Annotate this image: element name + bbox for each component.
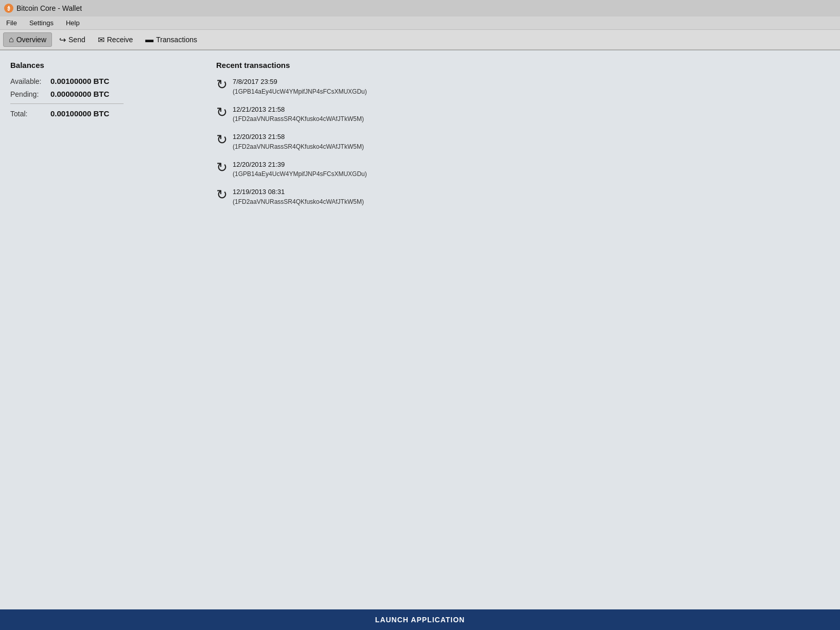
tx-details-0: 7/8/2017 23:59 (1GPB14aEy4UcW4YMpifJNP4s… <box>233 77 367 96</box>
nav-transactions[interactable]: ▬ Transactions <box>140 33 202 46</box>
tx-date-2: 12/20/2013 21:58 <box>233 132 364 142</box>
tx-details-3: 12/20/2013 21:39 (1GPB14aEy4UcW4YMpifJNP… <box>233 160 367 179</box>
window-title: Bitcoin Core - Wallet <box>16 4 82 12</box>
transaction-item-0[interactable]: ↺ 7/8/2017 23:59 (1GPB14aEy4UcW4YMpifJNP… <box>216 77 830 96</box>
toolbar: ⌂ Overview ↪ Send ✉ Receive ▬ Transactio… <box>0 30 840 50</box>
launch-application-button[interactable]: LAUNCH APPLICATION <box>375 616 465 624</box>
nav-send[interactable]: ↪ Send <box>54 33 91 47</box>
tx-icon-1: ↺ <box>216 106 227 119</box>
tx-address-1: (1FD2aaVNURassSR4QKfusko4cWAfJTkW5M) <box>233 114 364 124</box>
available-balance-row: Available: 0.00100000 BTC <box>10 77 196 85</box>
transaction-item-2[interactable]: ↺ 12/20/2013 21:58 (1FD2aaVNURassSR4QKfu… <box>216 132 830 151</box>
title-bar: ₿ Bitcoin Core - Wallet <box>0 0 840 16</box>
transaction-item-4[interactable]: ↺ 12/19/2013 08:31 (1FD2aaVNURassSR4QKfu… <box>216 187 830 206</box>
transactions-panel: Recent transactions ↺ 7/8/2017 23:59 (1G… <box>216 61 830 599</box>
available-value: 0.00100000 BTC <box>50 77 109 85</box>
total-balance-row: Total: 0.00100000 BTC <box>10 109 196 118</box>
nav-receive[interactable]: ✉ Receive <box>93 33 138 47</box>
tx-icon-4: ↺ <box>216 188 227 201</box>
menu-help[interactable]: Help <box>64 18 82 28</box>
nav-overview-label: Overview <box>16 36 46 44</box>
pending-label: Pending: <box>10 90 46 98</box>
available-label: Available: <box>10 77 46 85</box>
menu-bar: File Settings Help <box>0 16 840 30</box>
balances-title: Balances <box>10 61 196 69</box>
pending-value: 0.00000000 BTC <box>50 90 109 98</box>
total-value: 0.00100000 BTC <box>50 109 109 118</box>
tx-icon-3: ↺ <box>216 161 227 174</box>
pending-balance-row: Pending: 0.00000000 BTC <box>10 90 196 98</box>
tx-details-4: 12/19/2013 08:31 (1FD2aaVNURassSR4QKfusk… <box>233 187 364 206</box>
balance-divider <box>10 103 124 104</box>
send-icon: ↪ <box>59 35 66 45</box>
nav-receive-label: Receive <box>107 36 133 44</box>
tx-address-3: (1GPB14aEy4UcW4YMpifJNP4sFCsXMUXGDu) <box>233 169 367 179</box>
tx-date-1: 12/21/2013 21:58 <box>233 104 364 115</box>
receive-icon: ✉ <box>98 35 104 45</box>
total-label: Total: <box>10 110 46 118</box>
tx-date-0: 7/8/2017 23:59 <box>233 77 367 87</box>
tx-date-4: 12/19/2013 08:31 <box>233 187 364 197</box>
transaction-item-3[interactable]: ↺ 12/20/2013 21:39 (1GPB14aEy4UcW4YMpifJ… <box>216 160 830 179</box>
transaction-item-1[interactable]: ↺ 12/21/2013 21:58 (1FD2aaVNURassSR4QKfu… <box>216 104 830 124</box>
overview-icon: ⌂ <box>9 35 14 44</box>
tx-details-1: 12/21/2013 21:58 (1FD2aaVNURassSR4QKfusk… <box>233 104 364 124</box>
menu-settings[interactable]: Settings <box>27 18 56 28</box>
transactions-icon: ▬ <box>145 35 153 44</box>
tx-icon-0: ↺ <box>216 78 227 91</box>
transactions-title: Recent transactions <box>216 61 830 69</box>
bottom-bar: LAUNCH APPLICATION <box>0 609 840 630</box>
menu-file[interactable]: File <box>4 18 19 28</box>
nav-transactions-label: Transactions <box>156 36 197 44</box>
tx-address-0: (1GPB14aEy4UcW4YMpifJNP4sFCsXMUXGDu) <box>233 87 367 96</box>
tx-address-4: (1FD2aaVNURassSR4QKfusko4cWAfJTkW5M) <box>233 197 364 206</box>
tx-details-2: 12/20/2013 21:58 (1FD2aaVNURassSR4QKfusk… <box>233 132 364 151</box>
main-content: Balances Available: 0.00100000 BTC Pendi… <box>0 50 840 609</box>
tx-icon-2: ↺ <box>216 133 227 146</box>
nav-overview[interactable]: ⌂ Overview <box>3 32 52 47</box>
app-icon: ₿ <box>4 4 13 13</box>
nav-send-label: Send <box>68 36 85 44</box>
tx-date-3: 12/20/2013 21:39 <box>233 160 367 170</box>
balances-panel: Balances Available: 0.00100000 BTC Pendi… <box>10 61 196 599</box>
tx-address-2: (1FD2aaVNURassSR4QKfusko4cWAfJTkW5M) <box>233 142 364 151</box>
